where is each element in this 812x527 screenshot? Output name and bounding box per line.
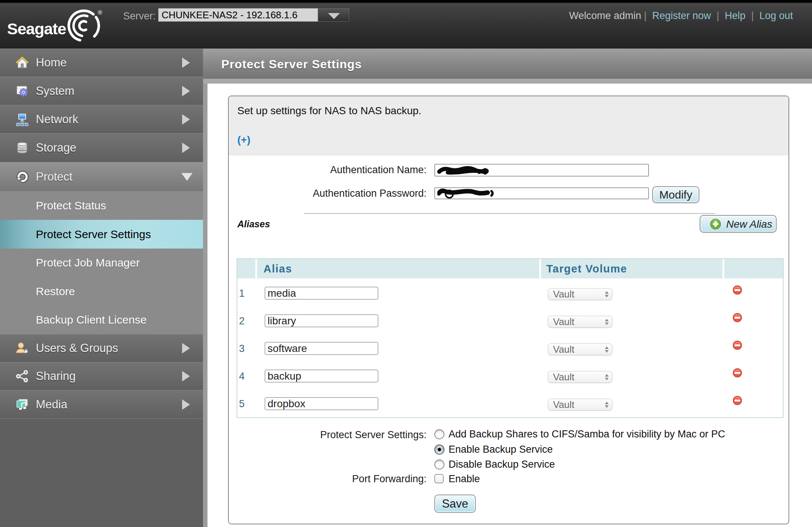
svg-text:®: ® bbox=[98, 9, 102, 16]
